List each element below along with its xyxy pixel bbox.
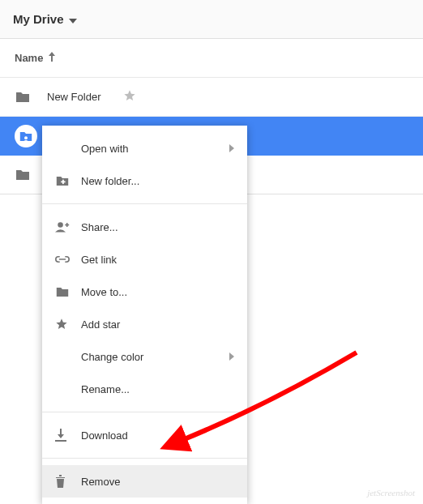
- menu-label: Add star: [81, 318, 234, 331]
- svg-rect-2: [62, 179, 64, 183]
- menu-add-star[interactable]: Add star: [42, 308, 247, 340]
- menu-label: Download: [81, 429, 234, 442]
- drive-title[interactable]: My Drive: [13, 12, 64, 26]
- menu-get-link[interactable]: Get link: [42, 243, 247, 275]
- menu-label: Get link: [81, 254, 234, 266]
- menu-label: New folder...: [81, 175, 234, 187]
- file-row[interactable]: New Folder: [0, 78, 423, 117]
- person-add-icon: [55, 221, 81, 233]
- menu-change-color[interactable]: Change color: [42, 340, 247, 373]
- menu-label: Change color: [81, 351, 229, 363]
- folder-icon: [15, 167, 31, 183]
- chevron-right-icon: [229, 351, 234, 363]
- separator: [42, 458, 247, 459]
- separator: [42, 412, 247, 412]
- trash-icon: [55, 475, 81, 488]
- file-name: New Folder: [47, 91, 100, 103]
- breadcrumb-bar: My Drive: [0, 0, 423, 39]
- folder-icon: [15, 89, 31, 105]
- svg-point-3: [58, 222, 63, 228]
- menu-label: Open with: [81, 143, 229, 155]
- menu-label: Rename...: [81, 383, 234, 395]
- download-icon: [55, 429, 81, 442]
- menu-label: Remove: [81, 476, 234, 488]
- watermark: jetScreenshot: [367, 488, 415, 498]
- menu-remove[interactable]: Remove: [42, 465, 247, 498]
- separator: [42, 203, 247, 204]
- menu-label: Share...: [81, 221, 234, 233]
- menu-download[interactable]: Download: [42, 419, 247, 451]
- menu-share[interactable]: Share...: [42, 211, 247, 243]
- menu-move-to[interactable]: Move to...: [42, 275, 247, 308]
- column-name[interactable]: Name: [15, 52, 43, 64]
- svg-point-0: [24, 136, 28, 139]
- column-header-row: Name: [0, 39, 423, 78]
- chevron-right-icon: [229, 143, 234, 155]
- menu-label: Move to...: [81, 286, 234, 298]
- shared-folder-icon: [15, 125, 37, 147]
- link-icon: [55, 255, 81, 263]
- chevron-down-icon[interactable]: [69, 14, 77, 26]
- svg-rect-5: [66, 223, 68, 227]
- context-menu: Open with New folder... Share... Get lin…: [42, 126, 247, 504]
- arrow-up-icon[interactable]: [48, 52, 56, 64]
- star-icon[interactable]: [123, 89, 136, 105]
- menu-rename[interactable]: Rename...: [42, 373, 247, 405]
- menu-new-folder[interactable]: New folder...: [42, 164, 247, 197]
- star-icon: [55, 318, 81, 331]
- folder-icon: [55, 286, 81, 298]
- menu-open-with[interactable]: Open with: [42, 132, 247, 164]
- new-folder-icon: [55, 175, 81, 187]
